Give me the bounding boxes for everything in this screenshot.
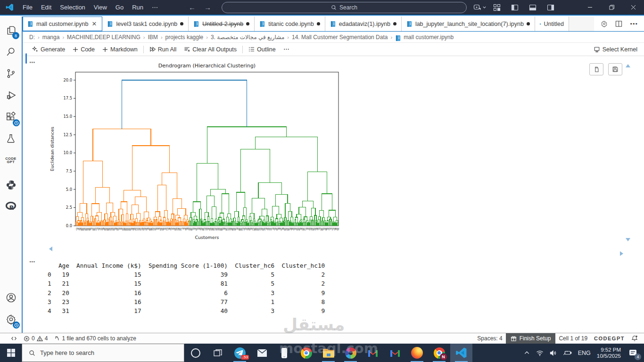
extensions-icon[interactable] — [0, 106, 22, 128]
select-kernel-button[interactable]: Select Kernel — [594, 46, 637, 53]
taskbar-app-cortana[interactable] — [184, 344, 206, 362]
accounts-icon[interactable] — [0, 287, 22, 308]
spaces-indicator[interactable]: Spaces: 4 — [474, 333, 505, 344]
breadcrumb-file[interactable]: mall customer.ipynb — [404, 34, 454, 41]
menu-run[interactable]: Run — [128, 4, 148, 11]
breadcrumb-item[interactable]: MACHINE,DEEP LEARNING — [67, 34, 140, 41]
save-output-button[interactable] — [608, 63, 622, 75]
breadcrumb-item[interactable]: projects kaggle — [165, 34, 204, 41]
breadcrumb-item[interactable]: manga — [42, 34, 60, 41]
tab-close-icon[interactable]: ✕ — [91, 20, 97, 27]
taskbar-app-chrome[interactable] — [295, 344, 317, 362]
taskbar-app-telegram[interactable]: ..53 — [229, 344, 251, 362]
taskbar-app-explorer[interactable] — [317, 344, 339, 362]
nav-forward-button[interactable]: → — [204, 3, 211, 11]
problems-status[interactable]: 0 4 — [20, 333, 51, 344]
taskbar-app-taskview[interactable] — [206, 344, 229, 362]
split-editor-icon[interactable] — [615, 20, 622, 27]
tab-untitled[interactable]: Untitled — [535, 16, 569, 31]
analyze-status[interactable]: 1 file and 670 cells to analyze — [51, 333, 139, 344]
taskbar-app-vscode[interactable] — [450, 344, 472, 362]
tray-clock[interactable]: 9:52 PM 10/5/2025 — [597, 347, 621, 359]
tab-level3-task1-code-ipynb[interactable]: level3 task1 code.ipynb — [102, 16, 189, 31]
tray-chevron-up-icon[interactable] — [524, 350, 530, 356]
menu-go[interactable]: Go — [111, 4, 128, 11]
toolbar-outline[interactable]: Outline — [245, 44, 280, 55]
menu-file[interactable]: File — [18, 4, 37, 11]
customize-layout-icon[interactable] — [493, 4, 501, 11]
breadcrumb: D:›manga›MACHINE,DEEP LEARNING›IBM›proje… — [23, 32, 644, 43]
scroll-up-arrow[interactable] — [626, 64, 630, 67]
breadcrumb-item[interactable]: 14. Mall Customer Segmentation Data — [292, 34, 388, 41]
tab-mall-customer-ipynb[interactable]: mall customer.ipynb✕ — [23, 16, 102, 31]
codegpt-sidebar-icon[interactable]: CODEGPT — [0, 149, 22, 171]
breadcrumb-item[interactable]: IBM — [148, 34, 158, 41]
cell-collapse-ellipsis[interactable]: ⋯ — [29, 59, 36, 66]
tab-edadataviz-1-ipynb[interactable]: edadataviz(1).ipynb — [325, 16, 402, 31]
breadcrumb-item[interactable]: 3. مشاريع في مجالات متخصصة — [211, 34, 284, 41]
menu-edit[interactable]: Edit — [37, 4, 56, 11]
action-center-icon[interactable]: 4 — [627, 347, 639, 359]
settings-gear-icon[interactable] — [0, 308, 22, 330]
run-debug-icon[interactable] — [0, 84, 22, 106]
taskbar-app-photos[interactable] — [339, 344, 362, 362]
toggle-secondary-sidebar-icon[interactable] — [547, 4, 554, 11]
scroll-left-arrow[interactable] — [49, 247, 52, 251]
scroll-right-arrow[interactable] — [620, 251, 623, 256]
tab-dirty-dot[interactable] — [393, 22, 396, 25]
more-actions-icon[interactable]: ⋯ — [630, 19, 637, 28]
cell-indicator[interactable]: Cell 1 of 19 — [555, 333, 591, 344]
taskbar-app-mail[interactable] — [251, 344, 273, 362]
r-language-icon[interactable]: R — [0, 196, 22, 217]
toolbar-more[interactable] — [280, 44, 293, 55]
remote-indicator-icon[interactable] — [8, 333, 20, 344]
search-sidebar-icon[interactable] — [0, 41, 22, 63]
breadcrumb-item[interactable]: D: — [29, 34, 35, 41]
toggle-panel-icon[interactable] — [529, 4, 537, 11]
toolbar-code[interactable]: Code — [69, 44, 99, 55]
toggle-sidebar-icon[interactable] — [511, 4, 519, 11]
menu-[interactable]: ⋯ — [148, 4, 162, 11]
nav-back-button[interactable]: ← — [189, 3, 196, 11]
source-control-icon[interactable] — [0, 63, 22, 84]
tab-dirty-dot[interactable] — [317, 22, 320, 25]
explorer-icon[interactable]: 8 — [0, 19, 22, 41]
toolbar-run-all[interactable]: Run All — [146, 44, 181, 55]
tab-dirty-dot[interactable] — [180, 22, 183, 25]
tab-dirty-dot[interactable] — [527, 22, 530, 25]
tab-titanic-code-ipynb[interactable]: titanic code.ipynb — [255, 16, 325, 31]
menu-view[interactable]: View — [90, 4, 111, 11]
taskbar-app-firefox[interactable] — [406, 344, 428, 362]
scroll-down-arrow[interactable] — [626, 238, 630, 241]
battery-plug-icon[interactable] — [563, 350, 572, 356]
tray-language[interactable]: ENG — [578, 350, 591, 356]
taskbar-app-gmail-8[interactable] — [362, 344, 384, 362]
minimize-button[interactable] — [579, 0, 601, 15]
toolbar-markdown[interactable]: Markdown — [99, 44, 141, 55]
codegpt-status[interactable]: CODEGPT — [591, 333, 628, 344]
toolbar-generate[interactable]: Generate — [28, 44, 69, 55]
tab-dirty-dot[interactable] — [246, 22, 249, 25]
tab-untitled-2-ipynb[interactable]: Untitled-2.ipynb — [189, 16, 255, 31]
taskbar-app-chrome-n[interactable]: N — [428, 344, 450, 362]
start-button[interactable] — [0, 344, 22, 362]
command-search-box[interactable]: Search — [222, 2, 467, 13]
tab-lab-jupyter-launch-site-location-7-ipynb[interactable]: lab_jupyter_launch_site_location(7).ipyn… — [402, 16, 535, 31]
taskbar-app-notes[interactable] — [273, 344, 295, 362]
toolbar-clear-all-outputs[interactable]: Clear All Outputs — [180, 44, 240, 55]
menu-selection[interactable]: Selection — [56, 4, 89, 11]
copilot-button[interactable] — [473, 4, 487, 11]
finish-setup-button[interactable]: Finish Setup — [506, 333, 556, 344]
taskbar-app-gmail-9[interactable] — [384, 344, 406, 362]
testing-icon[interactable] — [0, 128, 22, 149]
restore-button[interactable] — [601, 0, 622, 15]
close-window-button[interactable] — [622, 0, 644, 15]
wifi-icon[interactable] — [536, 350, 544, 356]
taskbar-search[interactable]: Type here to search — [22, 344, 184, 362]
cell-collapse-ellipsis[interactable]: ⋯ — [29, 258, 36, 265]
copy-output-button[interactable] — [589, 63, 603, 75]
notifications-bell-icon[interactable] — [628, 333, 641, 344]
gear-icon[interactable] — [601, 20, 608, 27]
speaker-icon[interactable] — [550, 350, 557, 356]
python-icon[interactable] — [0, 174, 22, 196]
